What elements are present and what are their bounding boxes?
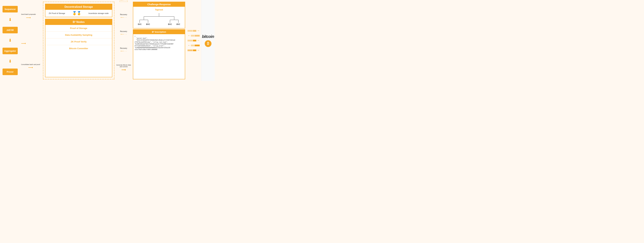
prover-label: Prover [6,71,14,73]
recovery-col: Recovery ⟵ - - Recovery ⟵ · · Recovery ⟵… [115,0,132,81]
bitcoin-icon: ₿ [205,40,212,47]
inscription-header: B² Inscription [133,30,185,34]
right-section: Challenge-Response Taproot [132,0,186,81]
arrows-col: Send batch proposals ⟶ ⟶ Consolidate bat… [20,0,42,81]
left-chain: Sequencer ⬇ zkEVM ⬇ Aggregator ⬇ Prover [0,0,20,81]
b2-nodes-header: B² Nodes [45,19,112,25]
svg-text:BVC: BVC [138,23,142,25]
right-arrow-top: ⟶ [26,15,31,19]
aggregator-label: Aggregator [4,50,16,52]
sequencer-box: Sequencer [2,6,18,12]
recovery-label-2: Recovery [120,14,127,15]
generate-label: Generate Bitcoin data and commit [115,64,132,67]
arrow-left-2: ← [188,44,190,47]
dashed-arrow-4: ⟵ · · [120,50,127,52]
recovery-label-3: Recovery [120,30,127,32]
right-arrow-bottom: ⟶ [28,65,33,69]
bar-5b [193,49,196,51]
bar-3a [188,40,192,41]
central-section: Decentralized Storage ZK Proof of Storag… [43,2,114,79]
arrow-left-1: ← [188,34,190,37]
solid-arrow-right: ⟶ [122,68,126,72]
bar-1b [193,30,196,32]
bar-2b [194,35,200,36]
challenge-response-title: Challenge-Response [148,3,171,6]
chain-arrow-2: ⬇ [8,38,12,42]
inscription-content: { "parent_hash": "0x9c23c941b8f65f2044bb… [134,35,184,51]
b2-nodes-body: Proof of Storage Data Availability Sampl… [45,25,112,52]
arrow-row-1: → [188,29,200,32]
bitcoin-committer-label: Bitcoin Committer [69,47,88,50]
arrow-right-3: → [196,48,200,52]
bar-1a [188,30,192,32]
zkEVM-label: zkEVM [6,29,14,31]
decentralized-storage-box: Decentralized Storage ZK Proof of Storag… [45,4,112,17]
send-batch-label: Send batch proposals [21,13,36,15]
challenge-response-header: Challenge-Response [133,2,185,7]
taproot-section: Taproot [133,7,185,28]
data-availability-label: Data Availability Sampling [65,34,92,36]
svg-text:BVC: BVC [146,23,150,25]
dec-storage-body: ZK Proof of Storage 🥇🥇 Incentivize stora… [45,10,112,17]
dashed-arrow-2: ⟵ · · [120,16,127,19]
chain-arrow-3: ⬇ [8,59,12,63]
arrow-right-1: → [196,29,200,32]
dashed-arrow-1: ⟵ - - [120,0,128,2]
proof-of-storage-label: Proof of Storage [70,27,87,29]
bitcoin-label: bitcoin [202,34,214,39]
zk-proof-verify-item: ZK Proof Verify [45,38,112,45]
inscription-body: { "parent_hash": "0x9c23c941b8f65f2044bb… [133,34,185,52]
data-availability-item: Data Availability Sampling [45,32,112,38]
far-right-arrows: → ← → ← → [186,0,201,81]
consolidate-label: Consolidate batch and proof [21,64,40,65]
arrow-row-5: → [188,48,200,52]
svg-text:BVC: BVC [176,23,180,25]
proof-of-storage-item: Proof of Storage [45,25,112,32]
arrow-row-3: → [188,39,200,42]
arrow-row-4: ← [188,44,200,47]
dec-storage-title: Decentralized Storage [64,5,93,8]
chain-arrow-1: ⬇ [8,18,12,22]
arrow-row-2: ← [188,34,200,37]
inscription-title: B² Inscription [152,31,166,33]
zk-proof-verify-label: ZK Proof Verify [71,40,87,43]
bitcoin-column: bitcoin ₿ [201,0,215,81]
bitcoin-symbol: ₿ [207,42,209,45]
bar-4a [191,45,194,46]
medal-icons: 🥇🥇 [72,11,81,15]
zk-proof-label: ZK Proof of Storage [49,12,65,14]
dec-storage-header: Decentralized Storage [45,4,112,10]
bar-4b [194,45,200,46]
taproot-tree: BVC BVC BVC BVC [138,12,180,26]
right-arrow-mid: ⟶ [21,41,26,45]
bitcoin-committer-item: Bitcoin Committer [45,45,112,52]
svg-text:BVC: BVC [168,23,172,25]
zkEVM-box: zkEVM [2,27,18,33]
taproot-label: Taproot [135,8,183,11]
bar-2a [191,35,194,36]
dashed-arrow-3: ⟵ · · [120,33,127,35]
arrow-right-2: → [196,39,200,42]
prover-box: Prover [2,68,18,75]
challenge-response-box: Challenge-Response Taproot [133,2,185,28]
aggregator-box: Aggregator [2,48,18,54]
sequencer-label: Sequencer [4,8,16,10]
b2-nodes-title: B² Nodes [73,20,84,23]
b2-inscription-box: B² Inscription { "parent_hash": "0x9c23c… [133,29,185,79]
bar-3b [193,40,196,41]
recovery-label-4: Recovery [120,47,127,49]
incentive-label: Incentivize storage node [88,12,108,14]
b2-nodes-box: B² Nodes Proof of Storage Data Availabil… [45,19,112,77]
bar-5a [188,49,192,51]
main-diagram: Sequencer ⬇ zkEVM ⬇ Aggregator ⬇ Prover … [0,0,215,81]
